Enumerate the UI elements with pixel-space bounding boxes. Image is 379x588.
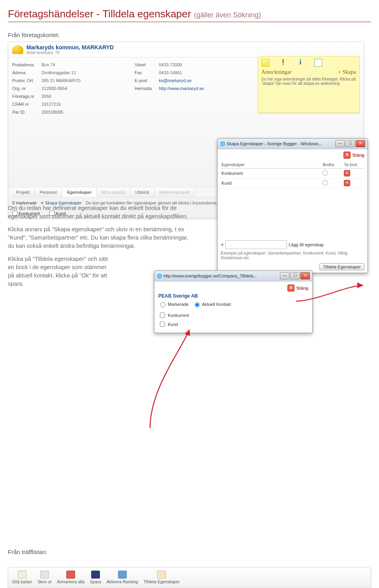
notes-body: Du har inga anteckningar på detta företa… xyxy=(261,77,356,86)
results-panel: Dölj kartanSkriv utAvmarkera allaSparaAk… xyxy=(8,567,371,588)
field-label: Företags.nr xyxy=(12,92,41,100)
field-label: Par ID xyxy=(12,108,41,116)
toolbar-icon xyxy=(118,571,127,579)
field-value: 0433-72000 xyxy=(159,61,211,69)
instruction-paragraph-3: Klicka på "Tilldela egenskaper" och sätt… xyxy=(8,255,111,288)
field-label: Hemsida xyxy=(135,84,159,92)
field-label: Postadress xyxy=(12,61,41,69)
col-andra: Ändra xyxy=(322,161,343,169)
field-label: Fax xyxy=(135,69,159,77)
assign-company-name: PEAB Sverige AB xyxy=(158,293,308,299)
example-text: Exempel på egenskaper: Samarbetspartner,… xyxy=(221,251,364,260)
alert-icon[interactable]: ! xyxy=(280,59,287,66)
field-value: Drottninggatan 11 xyxy=(41,69,88,77)
company-name[interactable]: Markaryds kommun, MARKARYD xyxy=(26,44,114,51)
assign-checkbox-konkurrent[interactable]: Konkurrent xyxy=(158,311,308,319)
helmet-icon xyxy=(12,45,23,54)
new-property-input[interactable] xyxy=(225,240,287,249)
tab-personer[interactable]: Personer xyxy=(35,187,62,197)
property-name: Konkurrent xyxy=(221,169,322,178)
field-value: Box 74 xyxy=(41,61,88,69)
field-label: Växel xyxy=(135,61,159,69)
toolbar-aktivera-ranking[interactable]: Aktivera Ranking xyxy=(107,571,138,584)
field-value: ks@markaryd.se xyxy=(159,77,211,84)
toolbar-icon xyxy=(40,571,49,579)
field-value: 19127216 xyxy=(41,100,88,108)
col-egenskaper: Egenskaper xyxy=(221,161,322,169)
field-value: http://www.markaryd.se xyxy=(159,84,211,92)
toolbar-icon xyxy=(157,571,166,579)
property-row: Kund✕ xyxy=(221,178,364,188)
window-title: 🌐 Skapa Egenskaper - Sverige Bygger - Wi… xyxy=(220,141,322,146)
toolbar-dölj-kartan[interactable]: Dölj kartan xyxy=(12,571,32,584)
trefflista-label: Från träfflistan: xyxy=(8,549,371,555)
create-properties-window: 🌐 Skapa Egenskaper - Sverige Bygger - Wi… xyxy=(217,138,368,273)
tilldela-egenskaper-button[interactable]: Tilldela Egenskaper xyxy=(319,263,364,270)
field-value: 212000-0654 xyxy=(41,84,88,92)
note-icon[interactable] xyxy=(261,59,269,67)
instruction-paragraph-1: Om du redan har definierat egenskaper ka… xyxy=(8,204,190,221)
maximize-button[interactable]: ☐ xyxy=(345,140,355,147)
window-url: 🌐 http://www.sverigebygger.se/Company_Ti… xyxy=(157,273,257,279)
section-intro: Från företagskortet: xyxy=(8,32,371,38)
tab-referensprojekt[interactable]: Referensprojekt xyxy=(154,187,195,197)
edit-icon[interactable] xyxy=(323,170,328,176)
field-label: CFAR nr xyxy=(12,100,41,108)
field-label: Org. nr xyxy=(12,84,41,92)
toolbar-skriv-ut[interactable]: Skriv ut xyxy=(38,571,51,584)
tab-utskick[interactable]: Utskick xyxy=(131,187,154,197)
radio-markerade[interactable]: Markerade xyxy=(158,301,189,307)
assign-checkbox-kund[interactable]: Kund xyxy=(158,320,308,328)
property-name: Kund xyxy=(221,178,322,188)
toolbar-avmarkera-alla[interactable]: Avmarkera alla xyxy=(57,571,84,584)
field-value: 200108095 xyxy=(41,108,88,116)
toolbar-icon xyxy=(91,571,100,579)
radio-aktuell[interactable]: Aktuell Kontakt xyxy=(193,301,231,307)
stang-button[interactable]: ✕Stäng xyxy=(221,152,364,159)
field-value: 0433-16861 xyxy=(159,69,211,77)
notes-title: Anteckningar xyxy=(261,69,291,75)
delete-icon[interactable]: ✕ xyxy=(344,170,350,176)
toolbar-icon xyxy=(66,571,75,579)
toolbar-spara[interactable]: Spara xyxy=(90,571,101,584)
field-label: Postnr, Ort xyxy=(12,77,41,84)
notes-sticky: ! i Anteckningar + Skapa Du har inga ant… xyxy=(258,56,360,113)
minimize-button[interactable]: — xyxy=(335,140,345,147)
minimize-button[interactable]: — xyxy=(280,272,289,279)
image-icon[interactable] xyxy=(314,59,322,67)
tab-projekt[interactable]: Projekt xyxy=(11,187,35,197)
maximize-button[interactable]: ☐ xyxy=(290,272,300,279)
field-value: 2050 xyxy=(41,92,88,100)
field-link[interactable]: http://www.markaryd.se xyxy=(159,86,204,91)
property-row: Konkurrent✕ xyxy=(221,169,364,178)
create-note-button[interactable]: + Skapa xyxy=(338,69,356,75)
info-icon[interactable]: i xyxy=(297,59,304,66)
stang-button[interactable]: ✕Stäng xyxy=(158,285,308,292)
page-title: Företagshändelser - Tilldela egenskaper … xyxy=(8,8,371,20)
close-button[interactable]: ✕ xyxy=(356,140,365,147)
close-button[interactable]: ✕ xyxy=(300,272,310,279)
add-property-label[interactable]: Lägg till egenskap xyxy=(289,242,324,247)
col-tabort: Ta bort xyxy=(343,161,364,169)
plus-icon: + xyxy=(221,242,224,248)
assign-properties-window: 🌐 http://www.sverigebygger.se/Company_Ti… xyxy=(154,270,313,333)
tab-egenskaper[interactable]: Egenskaper xyxy=(62,187,97,197)
company-visits: Antal besökare: 78 xyxy=(26,51,114,55)
field-link[interactable]: ks@markaryd.se xyxy=(159,78,191,83)
field-label: Adress xyxy=(12,69,41,77)
toolbar-tilldela-egenskaper[interactable]: Tilldela Egenskaper xyxy=(143,571,180,584)
instruction-paragraph-2: Klicka annars på "Skapa egenskaper" och … xyxy=(8,225,190,250)
edit-icon[interactable] xyxy=(323,180,328,185)
field-value: 285 21 MARKARYD xyxy=(41,77,88,84)
delete-icon[interactable]: ✕ xyxy=(344,180,350,186)
tab-mina-utskick[interactable]: Mina utskick xyxy=(97,187,131,197)
title-divider xyxy=(8,22,371,22)
field-label: E-post xyxy=(135,77,159,84)
toolbar-icon xyxy=(18,571,26,579)
